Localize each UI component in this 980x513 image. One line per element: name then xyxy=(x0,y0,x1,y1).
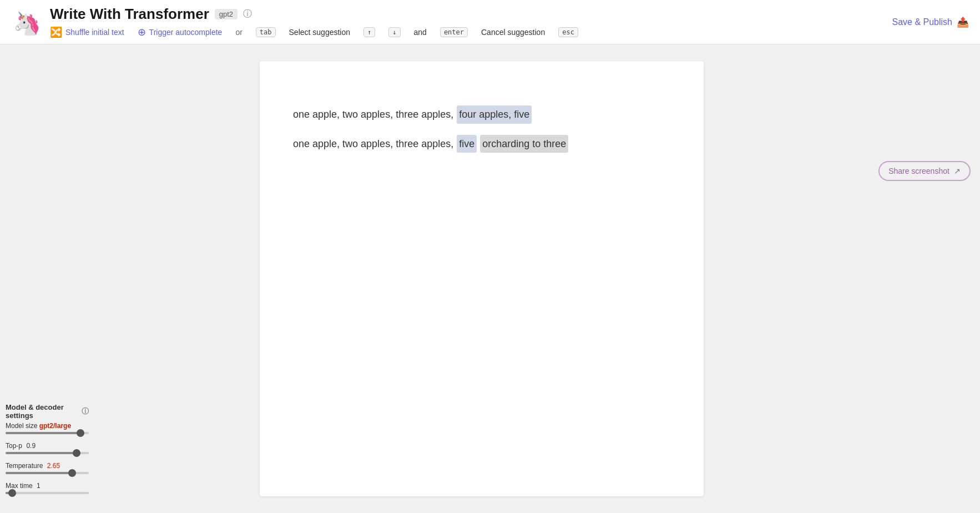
max-time-slider-track xyxy=(6,492,89,494)
top-p-value: 0.9 xyxy=(26,442,36,450)
max-time-setting: Max time 1 xyxy=(6,482,89,494)
editor-paper[interactable]: one apple, two apples, three apples, fou… xyxy=(260,61,704,496)
shuffle-label: Shuffle initial text xyxy=(65,28,124,37)
app-logo: 🦄 xyxy=(11,7,42,38)
editor-content[interactable]: one apple, two apples, three apples, fou… xyxy=(293,105,670,153)
shuffle-icon: 🔀 xyxy=(50,26,62,38)
share-screenshot-button[interactable]: Share screenshot ↗ xyxy=(878,161,971,181)
settings-info-icon[interactable]: ⓘ xyxy=(82,406,89,416)
info-icon[interactable]: ⓘ xyxy=(243,8,252,20)
header-right: Save & Publish 📤 xyxy=(892,16,969,28)
right-sidebar: Share screenshot ↗ xyxy=(869,44,980,513)
settings-section: Model & decoder settings ⓘ Model size gp… xyxy=(0,403,94,502)
select-suggestion-label: Select suggestion xyxy=(289,28,351,37)
share-icon: 📤 xyxy=(957,16,969,28)
top-p-slider-track xyxy=(6,452,89,454)
model-size-slider-thumb[interactable] xyxy=(77,429,84,437)
share-screenshot-label: Share screenshot xyxy=(888,167,949,175)
max-time-slider-thumb[interactable] xyxy=(8,489,16,497)
header: 🦄 Write With Transformer gpt2 ⓘ 🔀 Shuffl… xyxy=(0,0,980,44)
max-time-value: 1 xyxy=(37,482,41,490)
top-p-setting: Top-p 0.9 xyxy=(6,442,89,454)
save-publish-label: Save & Publish xyxy=(892,17,952,27)
temperature-slider-track xyxy=(6,472,89,474)
trigger-label: Trigger autocomplete xyxy=(149,28,223,37)
settings-title-text: Model & decoder settings xyxy=(6,403,78,420)
external-link-icon: ↗ xyxy=(954,167,961,175)
temperature-slider-thumb[interactable] xyxy=(68,469,76,477)
editor-line-2: one apple, two apples, three apples, fiv… xyxy=(293,135,670,153)
model-size-slider-track xyxy=(6,432,89,434)
temperature-label: Temperature 2.65 xyxy=(6,462,89,470)
trigger-autocomplete-button[interactable]: ⊕ Trigger autocomplete xyxy=(138,26,223,38)
save-publish-button[interactable]: Save & Publish 📤 xyxy=(892,16,969,28)
and-text: and xyxy=(414,28,427,37)
enter-key: enter xyxy=(440,27,468,37)
left-sidebar: Model & decoder settings ⓘ Model size gp… xyxy=(0,44,94,513)
model-size-value: gpt2/large xyxy=(39,422,71,430)
top-p-label: Top-p 0.9 xyxy=(6,442,89,450)
settings-title: Model & decoder settings ⓘ xyxy=(6,403,89,420)
temperature-setting: Temperature 2.65 xyxy=(6,462,89,474)
temperature-value: 2.65 xyxy=(47,462,60,470)
line1-normal-text: one apple, two apples, three apples, xyxy=(293,106,453,123)
top-p-slider-fill xyxy=(6,452,77,454)
line1-suggestion[interactable]: four apples, five xyxy=(457,105,532,124)
content-area[interactable]: one apple, two apples, three apples, fou… xyxy=(94,44,869,513)
tab-key: tab xyxy=(256,27,276,37)
header-title-area: Write With Transformer gpt2 ⓘ 🔀 Shuffle … xyxy=(50,6,578,38)
up-key: ↑ xyxy=(363,27,375,37)
down-key: ↓ xyxy=(388,27,400,37)
editor-line-1: one apple, two apples, three apples, fou… xyxy=(293,105,670,124)
model-size-setting: Model size gpt2/large xyxy=(6,422,89,434)
cancel-suggestion-label: Cancel suggestion xyxy=(481,28,545,37)
line2-normal-text: one apple, two apples, three apples, xyxy=(293,135,453,153)
main-layout: Model & decoder settings ⓘ Model size gp… xyxy=(0,44,980,513)
line2-suggestion2[interactable]: orcharding to three xyxy=(480,135,568,153)
trigger-icon: ⊕ xyxy=(138,26,146,38)
max-time-label: Max time 1 xyxy=(6,482,89,490)
line2-suggestion1[interactable]: five xyxy=(457,135,477,153)
top-p-slider-thumb[interactable] xyxy=(73,449,80,457)
temperature-slider-fill xyxy=(6,472,72,474)
app-title: Write With Transformer xyxy=(50,6,209,23)
header-title-row: Write With Transformer gpt2 ⓘ xyxy=(50,6,578,23)
or-separator: or xyxy=(235,28,242,37)
model-size-label: Model size gpt2/large xyxy=(6,422,89,430)
model-size-slider-fill xyxy=(6,432,80,434)
model-badge: gpt2 xyxy=(215,9,238,19)
header-controls: 🔀 Shuffle initial text ⊕ Trigger autocom… xyxy=(50,26,578,38)
svg-text:🦄: 🦄 xyxy=(13,10,41,37)
esc-key: esc xyxy=(558,27,578,37)
shuffle-button[interactable]: 🔀 Shuffle initial text xyxy=(50,26,124,38)
